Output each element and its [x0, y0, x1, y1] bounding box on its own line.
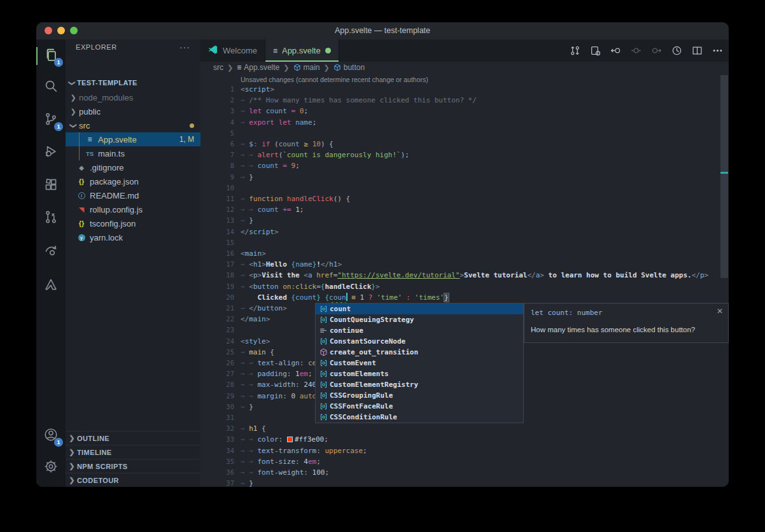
- tree-file-package.json[interactable]: {}package.json: [66, 174, 200, 188]
- item-label: .gitignore: [90, 163, 123, 172]
- activity-bar-source-control[interactable]: 1: [36, 110, 66, 130]
- activity-bar-live-share[interactable]: [36, 241, 66, 262]
- suggestion-CustomEvent[interactable]: CustomEvent: [316, 358, 523, 368]
- sidebar-section-codetour[interactable]: ❯CODETOUR: [66, 473, 200, 487]
- gitlens-compare-icon[interactable]: [568, 43, 582, 58]
- suggestion-continue[interactable]: continue: [316, 325, 523, 336]
- suggestion-customElements[interactable]: customElements: [316, 368, 523, 379]
- previous-change-icon[interactable]: [608, 43, 623, 58]
- line-number: 10: [200, 183, 234, 193]
- activity-bar-search[interactable]: [36, 77, 66, 97]
- suggestion-count[interactable]: count: [316, 304, 523, 314]
- tree-file-rollup.config.js[interactable]: ◥rollup.config.js: [66, 202, 200, 216]
- code-line-19: 19→ <button on:click={handleClick}>: [200, 281, 729, 292]
- file-icon: ≡: [237, 63, 241, 72]
- line-number: 33: [200, 434, 234, 445]
- sidebar-section-npm-scripts[interactable]: ❯NPM SCRIPTS: [66, 459, 200, 473]
- sidebar-section-outline[interactable]: ❯OUTLINE: [66, 431, 200, 445]
- suggestion-label: CSSConditionRule: [330, 413, 397, 421]
- suggestion-docs-panel: let count: number How many times has som…: [524, 303, 729, 343]
- line-number: 12: [200, 204, 234, 215]
- breadcrumb[interactable]: src❯≡App.svelte❯main❯button: [200, 62, 729, 73]
- line-number: 17: [200, 259, 234, 270]
- suggestion-CSSConditionRule[interactable]: CSSConditionRule: [316, 412, 523, 423]
- json-icon: {}: [76, 178, 87, 185]
- breadcrumb-item-button[interactable]: button: [333, 63, 365, 72]
- chevron-right-icon: ❯: [69, 108, 77, 116]
- suggestion-signature: let count: number: [524, 304, 728, 317]
- line-number: 27: [200, 368, 234, 379]
- suggestion-label: CountQueuingStrategy: [330, 316, 414, 324]
- explorer-title: EXPLORER: [76, 43, 117, 51]
- variable-icon: [318, 413, 330, 421]
- suggestion-CSSFontFaceRule[interactable]: CSSFontFaceRule: [316, 401, 523, 412]
- tab-label: App.svelte: [282, 46, 321, 55]
- activity-bar-explorer[interactable]: 1: [36, 46, 66, 66]
- title-bar: App.svelte — test-template: [36, 22, 729, 39]
- activity-bar-settings[interactable]: [36, 458, 66, 478]
- section-label: CODETOUR: [77, 477, 119, 484]
- line-number: 13: [200, 215, 234, 226]
- line-number: 19: [200, 281, 234, 292]
- tree-file-tsconfig.json[interactable]: {}tsconfig.json: [66, 216, 200, 230]
- vscode-logo-icon: [208, 45, 218, 57]
- line-number: 4: [200, 117, 234, 128]
- sidebar-section-timeline[interactable]: ❯TIMELINE: [66, 445, 200, 459]
- tree-file-README.md[interactable]: iREADME.md: [66, 188, 200, 202]
- suggestion-label: create_out_transition: [330, 348, 418, 356]
- line-number: 23: [200, 325, 234, 335]
- code-line-9: 9→ }: [200, 172, 729, 183]
- suggestion-CSSGroupingRule[interactable]: CSSGroupingRule: [316, 390, 523, 401]
- tree-folder-src[interactable]: ❯src: [66, 118, 200, 132]
- explorer-more-actions-button[interactable]: ···: [179, 42, 190, 52]
- change-indicator-icon[interactable]: [629, 43, 643, 58]
- open-changes-icon[interactable]: [588, 43, 603, 58]
- tree-file-.gitignore[interactable]: ◆.gitignore: [66, 160, 200, 174]
- tree-file-App.svelte[interactable]: ≡App.svelte1, M: [66, 132, 200, 146]
- tab-app-svelte[interactable]: ≡App.svelte: [265, 39, 339, 62]
- yarn-icon: y: [76, 234, 87, 241]
- close-icon[interactable]: ✕: [717, 307, 723, 316]
- code-editor[interactable]: Unsaved changes (cannot determine recent…: [200, 73, 729, 487]
- line-number: 15: [200, 237, 234, 248]
- sidebar-sections: ❯OUTLINE❯TIMELINE❯NPM SCRIPTS❯CODETOUR: [66, 431, 200, 487]
- line-number: 31: [200, 412, 234, 423]
- suggestion-CountQueuingStrategy[interactable]: CountQueuingStrategy: [316, 314, 523, 325]
- breadcrumb-item-src[interactable]: src: [213, 63, 223, 72]
- split-editor-icon[interactable]: [690, 43, 705, 58]
- next-change-icon[interactable]: [649, 43, 664, 58]
- variable-icon: [318, 305, 330, 313]
- tab-welcome[interactable]: Welcome: [200, 39, 265, 62]
- activity-bar-extensions[interactable]: [36, 176, 66, 196]
- chevron-right-icon: ❯: [68, 462, 76, 470]
- activity-bar-azure[interactable]: [36, 276, 66, 296]
- tree-folder-public[interactable]: ❯public: [66, 104, 200, 118]
- tree-file-yarn.lock[interactable]: yyarn.lock: [66, 230, 200, 244]
- item-label: main.ts: [98, 149, 125, 158]
- suggestion-ConstantSourceNode[interactable]: ConstantSourceNode: [316, 336, 523, 347]
- section-label: TIMELINE: [77, 449, 112, 456]
- line-number: 30: [200, 402, 234, 412]
- tree-folder-node_modules[interactable]: ❯node_modules: [66, 90, 200, 104]
- gear-icon: [44, 459, 58, 476]
- project-root-row[interactable]: ❯ TEST-TEMPLATE: [66, 76, 200, 89]
- badge: 1: [54, 122, 63, 131]
- breadcrumb-item-app-svelte[interactable]: ≡App.svelte: [237, 63, 279, 72]
- suggestion-CustomElementRegistry[interactable]: CustomElementRegistry: [316, 379, 523, 390]
- lightbulb-icon[interactable]: [241, 293, 248, 302]
- file-history-icon[interactable]: [670, 43, 684, 58]
- activity-bar-github-pull-requests[interactable]: [36, 208, 66, 228]
- chevron-right-icon: ❯: [68, 448, 76, 456]
- breadcrumb-item-main[interactable]: main: [293, 63, 320, 72]
- window-title: App.svelte — test-template: [36, 22, 729, 39]
- svelte-file-icon: ≡: [273, 46, 277, 55]
- azure-icon: [44, 277, 58, 294]
- tree-file-main.ts[interactable]: TSmain.ts: [66, 146, 200, 160]
- color-swatch[interactable]: [287, 437, 293, 442]
- activity-bar-accounts[interactable]: 1: [36, 426, 66, 446]
- project-name: TEST-TEMPLATE: [77, 79, 137, 87]
- more-actions-icon[interactable]: [710, 43, 725, 58]
- editor-scrollbar[interactable]: [720, 75, 728, 278]
- activity-bar-run-debug[interactable]: [36, 143, 66, 163]
- suggestion-create_out_transition[interactable]: create_out_transition: [316, 347, 523, 358]
